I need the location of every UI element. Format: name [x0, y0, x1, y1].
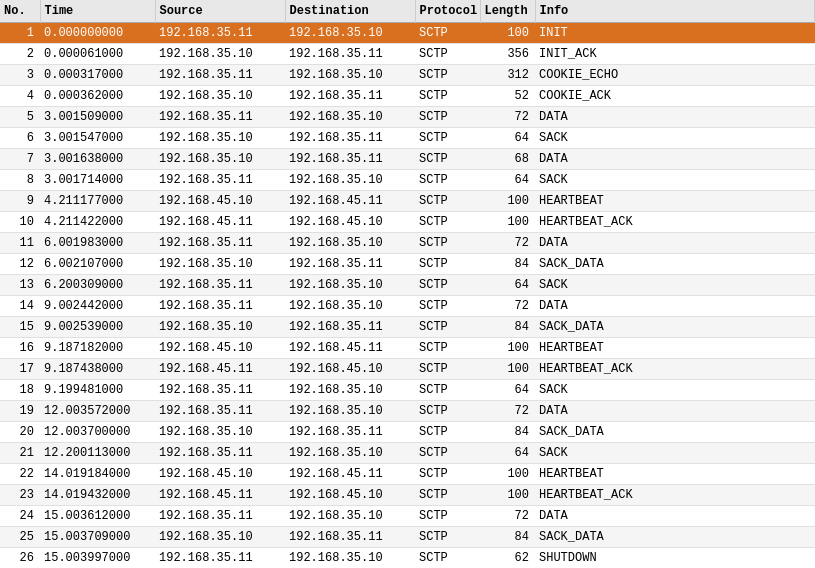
table-row[interactable]: 2515.003709000192.168.35.10192.168.35.11…	[0, 527, 815, 548]
cell-destination: 192.168.35.11	[285, 128, 415, 149]
cell-time: 0.000061000	[40, 44, 155, 65]
cell-length: 84	[480, 527, 535, 548]
cell-source: 192.168.35.11	[155, 275, 285, 296]
table-row[interactable]: 73.001638000192.168.35.10192.168.35.11SC…	[0, 149, 815, 170]
cell-destination: 192.168.35.11	[285, 422, 415, 443]
table-row[interactable]: 20.000061000192.168.35.10192.168.35.11SC…	[0, 44, 815, 65]
table-row[interactable]: 2214.019184000192.168.45.10192.168.45.11…	[0, 464, 815, 485]
cell-length: 100	[480, 338, 535, 359]
cell-length: 100	[480, 485, 535, 506]
cell-destination: 192.168.35.10	[285, 380, 415, 401]
table-row[interactable]: 104.211422000192.168.45.11192.168.45.10S…	[0, 212, 815, 233]
cell-source: 192.168.35.10	[155, 317, 285, 338]
cell-no: 26	[0, 548, 40, 569]
cell-no: 4	[0, 86, 40, 107]
cell-source: 192.168.35.11	[155, 107, 285, 128]
table-row[interactable]: 189.199481000192.168.35.11192.168.35.10S…	[0, 380, 815, 401]
table-row[interactable]: 63.001547000192.168.35.10192.168.35.11SC…	[0, 128, 815, 149]
cell-length: 72	[480, 107, 535, 128]
cell-time: 3.001547000	[40, 128, 155, 149]
table-row[interactable]: 136.200309000192.168.35.11192.168.35.10S…	[0, 275, 815, 296]
table-row[interactable]: 2012.003700000192.168.35.10192.168.35.11…	[0, 422, 815, 443]
cell-destination: 192.168.35.11	[285, 149, 415, 170]
cell-protocol: SCTP	[415, 86, 480, 107]
cell-protocol: SCTP	[415, 233, 480, 254]
cell-protocol: SCTP	[415, 443, 480, 464]
cell-length: 64	[480, 170, 535, 191]
cell-destination: 192.168.35.10	[285, 506, 415, 527]
cell-destination: 192.168.45.10	[285, 212, 415, 233]
cell-source: 192.168.35.11	[155, 443, 285, 464]
cell-source: 192.168.45.11	[155, 485, 285, 506]
table-row[interactable]: 30.000317000192.168.35.11192.168.35.10SC…	[0, 65, 815, 86]
table-row[interactable]: 149.002442000192.168.35.11192.168.35.10S…	[0, 296, 815, 317]
cell-time: 9.199481000	[40, 380, 155, 401]
header-destination: Destination	[285, 0, 415, 23]
cell-info: SACK	[535, 275, 815, 296]
cell-protocol: SCTP	[415, 548, 480, 569]
cell-length: 68	[480, 149, 535, 170]
packet-table: No. Time Source Destination Protocol Len…	[0, 0, 815, 568]
cell-no: 20	[0, 422, 40, 443]
cell-destination: 192.168.45.10	[285, 359, 415, 380]
cell-no: 22	[0, 464, 40, 485]
cell-source: 192.168.35.11	[155, 23, 285, 44]
cell-destination: 192.168.35.10	[285, 170, 415, 191]
cell-info: HEARTBEAT_ACK	[535, 212, 815, 233]
cell-source: 192.168.45.11	[155, 359, 285, 380]
cell-source: 192.168.35.11	[155, 233, 285, 254]
cell-info: HEARTBEAT	[535, 338, 815, 359]
cell-protocol: SCTP	[415, 191, 480, 212]
table-header: No. Time Source Destination Protocol Len…	[0, 0, 815, 23]
table-row[interactable]: 10.000000000192.168.35.11192.168.35.10SC…	[0, 23, 815, 44]
cell-source: 192.168.35.10	[155, 422, 285, 443]
header-length: Length	[480, 0, 535, 23]
cell-source: 192.168.35.10	[155, 86, 285, 107]
cell-destination: 192.168.35.11	[285, 317, 415, 338]
cell-destination: 192.168.35.10	[285, 443, 415, 464]
table-row[interactable]: 116.001983000192.168.35.11192.168.35.10S…	[0, 233, 815, 254]
cell-length: 100	[480, 212, 535, 233]
cell-no: 12	[0, 254, 40, 275]
table-row[interactable]: 2314.019432000192.168.45.11192.168.45.10…	[0, 485, 815, 506]
table-row[interactable]: 2615.003997000192.168.35.11192.168.35.10…	[0, 548, 815, 569]
cell-no: 2	[0, 44, 40, 65]
table-row[interactable]: 94.211177000192.168.45.10192.168.45.11SC…	[0, 191, 815, 212]
table-row[interactable]: 126.002107000192.168.35.10192.168.35.11S…	[0, 254, 815, 275]
cell-no: 15	[0, 317, 40, 338]
cell-length: 356	[480, 44, 535, 65]
table-row[interactable]: 40.000362000192.168.35.10192.168.35.11SC…	[0, 86, 815, 107]
cell-destination: 192.168.35.10	[285, 107, 415, 128]
table-row[interactable]: 179.187438000192.168.45.11192.168.45.10S…	[0, 359, 815, 380]
header-no: No.	[0, 0, 40, 23]
cell-time: 6.002107000	[40, 254, 155, 275]
table-row[interactable]: 2112.200113000192.168.35.11192.168.35.10…	[0, 443, 815, 464]
cell-source: 192.168.45.10	[155, 191, 285, 212]
cell-time: 6.001983000	[40, 233, 155, 254]
cell-length: 84	[480, 422, 535, 443]
cell-time: 3.001509000	[40, 107, 155, 128]
cell-no: 17	[0, 359, 40, 380]
cell-time: 0.000000000	[40, 23, 155, 44]
cell-time: 3.001714000	[40, 170, 155, 191]
cell-time: 15.003997000	[40, 548, 155, 569]
cell-destination: 192.168.35.10	[285, 65, 415, 86]
cell-length: 72	[480, 296, 535, 317]
cell-protocol: SCTP	[415, 527, 480, 548]
cell-info: DATA	[535, 107, 815, 128]
table-row[interactable]: 83.001714000192.168.35.11192.168.35.10SC…	[0, 170, 815, 191]
cell-length: 100	[480, 359, 535, 380]
cell-info: SACK_DATA	[535, 254, 815, 275]
cell-source: 192.168.35.10	[155, 254, 285, 275]
cell-time: 9.187182000	[40, 338, 155, 359]
cell-no: 13	[0, 275, 40, 296]
cell-length: 100	[480, 23, 535, 44]
cell-destination: 192.168.35.10	[285, 233, 415, 254]
table-row[interactable]: 2415.003612000192.168.35.11192.168.35.10…	[0, 506, 815, 527]
cell-destination: 192.168.35.10	[285, 548, 415, 569]
table-row[interactable]: 169.187182000192.168.45.10192.168.45.11S…	[0, 338, 815, 359]
cell-length: 84	[480, 317, 535, 338]
table-row[interactable]: 1912.003572000192.168.35.11192.168.35.10…	[0, 401, 815, 422]
table-row[interactable]: 159.002539000192.168.35.10192.168.35.11S…	[0, 317, 815, 338]
table-row[interactable]: 53.001509000192.168.35.11192.168.35.10SC…	[0, 107, 815, 128]
